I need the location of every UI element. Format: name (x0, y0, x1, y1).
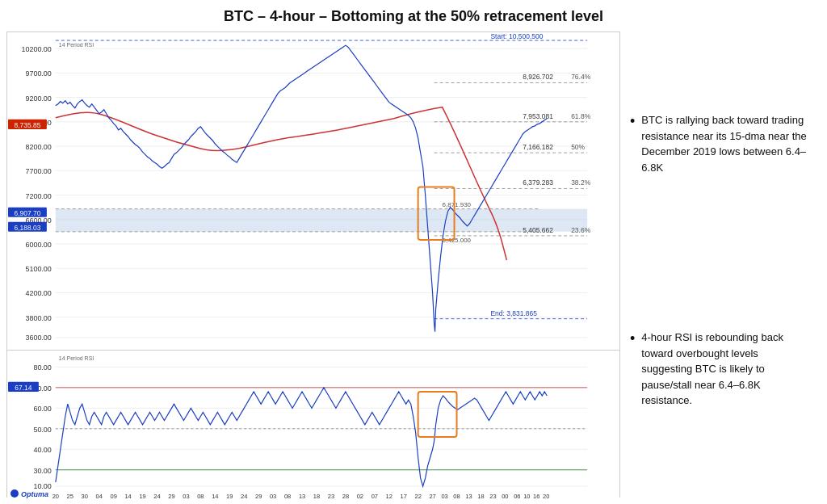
svg-text:3800.00: 3800.00 (25, 314, 51, 322)
svg-text:8,735.85: 8,735.85 (14, 121, 40, 129)
svg-text:10200.00: 10200.00 (21, 45, 51, 53)
annotation-text-2: 4-hour RSI is rebounding back toward ove… (641, 330, 811, 409)
svg-point-126 (10, 489, 19, 498)
svg-text:End:  3,831.865: End: 3,831.865 (490, 309, 537, 317)
svg-text:13: 13 (465, 493, 472, 500)
svg-text:67.14: 67.14 (15, 384, 31, 392)
svg-text:08: 08 (453, 493, 460, 500)
svg-text:27: 27 (429, 493, 435, 500)
svg-text:08: 08 (284, 493, 291, 500)
svg-text:50%: 50% (571, 143, 585, 151)
svg-text:9700.00: 9700.00 (25, 69, 51, 78)
svg-text:25: 25 (67, 493, 73, 500)
svg-text:12: 12 (386, 493, 393, 500)
svg-text:19: 19 (139, 493, 145, 500)
svg-text:04: 04 (96, 493, 103, 500)
svg-text:30: 30 (82, 493, 88, 500)
svg-text:18: 18 (313, 493, 320, 500)
svg-text:3600.00: 3600.00 (25, 334, 51, 342)
svg-text:30.00: 30.00 (33, 467, 51, 475)
svg-rect-59 (7, 351, 619, 503)
svg-text:9200.00: 9200.00 (25, 94, 51, 103)
svg-text:10: 10 (523, 493, 530, 500)
svg-text:Optuma: Optuma (21, 490, 48, 498)
bullet-2: • (630, 330, 635, 348)
svg-text:80.00: 80.00 (33, 363, 51, 372)
content-row: 10200.00 9700.00 9200.00 8700.00 8200.00… (6, 32, 821, 498)
svg-text:24: 24 (241, 493, 247, 500)
chart-area: 10200.00 9700.00 9200.00 8700.00 8200.00… (6, 32, 620, 498)
svg-text:76.4%: 76.4% (571, 73, 590, 81)
svg-text:00: 00 (502, 493, 508, 500)
svg-text:7200.00: 7200.00 (25, 192, 51, 200)
svg-text:6,379.283: 6,379.283 (523, 178, 553, 187)
svg-text:28: 28 (342, 493, 349, 500)
svg-text:03: 03 (441, 493, 447, 500)
rsi-chart: 80.00 70.00 60.00 50.00 40.00 30.00 10.0… (7, 351, 619, 503)
svg-text:24: 24 (153, 493, 160, 500)
svg-text:18: 18 (477, 493, 484, 500)
svg-text:17: 17 (401, 493, 407, 500)
svg-text:7,953.081: 7,953.081 (523, 112, 553, 120)
svg-text:29: 29 (255, 493, 262, 500)
svg-text:22: 22 (414, 493, 421, 500)
svg-text:6,871.930: 6,871.930 (443, 201, 472, 208)
svg-text:23: 23 (489, 493, 496, 500)
svg-text:14 Period RSI: 14 Period RSI (59, 355, 94, 361)
bullet-1: • (630, 112, 635, 131)
svg-text:16: 16 (533, 493, 539, 500)
svg-text:40.00: 40.00 (33, 446, 51, 454)
svg-text:8,926.702: 8,926.702 (523, 73, 553, 81)
svg-text:6000.00: 6000.00 (25, 241, 51, 249)
svg-text:13: 13 (299, 493, 305, 500)
annotation-text-1: BTC is rallying back toward trading resi… (641, 112, 811, 175)
svg-text:5,405.662: 5,405.662 (523, 226, 553, 234)
svg-text:23: 23 (328, 493, 334, 500)
svg-text:14: 14 (212, 493, 218, 500)
svg-text:6,907.70: 6,907.70 (14, 209, 40, 217)
svg-text:61.8%: 61.8% (571, 112, 590, 120)
svg-text:7,166.182: 7,166.182 (523, 143, 553, 151)
optuma-logo: Optuma (10, 488, 59, 501)
annotations-area: • BTC is rallying back toward trading re… (620, 32, 821, 498)
svg-text:Start:  10,500.500: Start: 10,500.500 (490, 32, 543, 40)
svg-text:02: 02 (357, 493, 363, 500)
svg-text:03: 03 (270, 493, 276, 500)
price-chart: 10200.00 9700.00 9200.00 8700.00 8200.00… (7, 32, 619, 351)
svg-text:8200.00: 8200.00 (25, 143, 51, 151)
main-container: BTC – 4-hour – Bottoming at the 50% retr… (0, 0, 827, 504)
svg-text:38.2%: 38.2% (571, 178, 590, 187)
svg-text:7700.00: 7700.00 (25, 167, 51, 175)
svg-text:5100.00: 5100.00 (25, 265, 51, 273)
svg-text:06: 06 (514, 493, 520, 500)
svg-text:07: 07 (372, 493, 378, 500)
annotation-2: • 4-hour RSI is rebounding back toward o… (630, 330, 811, 409)
svg-text:19: 19 (226, 493, 233, 500)
svg-text:50.00: 50.00 (33, 426, 51, 434)
svg-rect-27 (56, 209, 587, 232)
annotation-1: • BTC is rallying back toward trading re… (630, 112, 811, 175)
svg-text:29: 29 (168, 493, 174, 500)
svg-text:23.6%: 23.6% (571, 226, 590, 234)
svg-text:08: 08 (197, 493, 204, 500)
svg-text:60.00: 60.00 (33, 405, 51, 413)
svg-text:14: 14 (124, 493, 131, 500)
svg-text:14 Period RSI: 14 Period RSI (59, 42, 94, 48)
svg-text:20: 20 (543, 493, 549, 500)
svg-text:03: 03 (183, 493, 189, 500)
svg-text:4200.00: 4200.00 (25, 289, 51, 297)
page-title: BTC – 4-hour – Bottoming at the 50% retr… (6, 8, 821, 25)
svg-text:09: 09 (110, 493, 116, 500)
svg-text:6,188.03: 6,188.03 (14, 224, 40, 232)
